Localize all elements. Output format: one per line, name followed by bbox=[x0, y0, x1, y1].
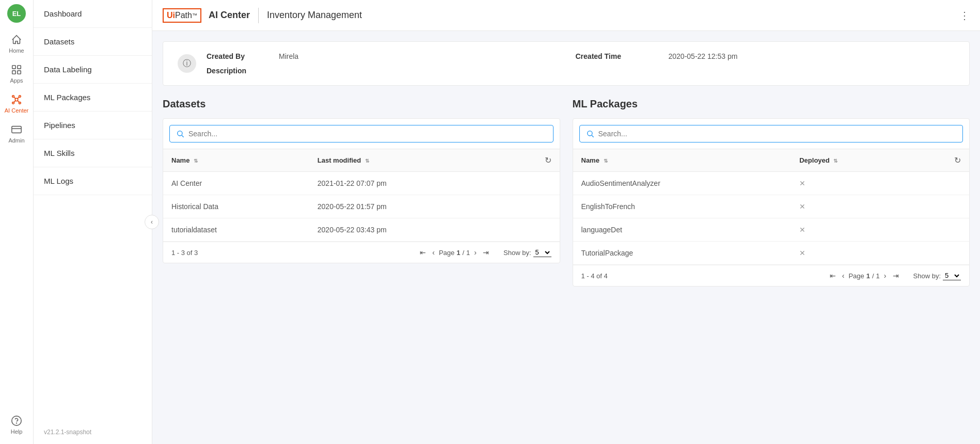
nav-item-pipelines[interactable]: Pipelines bbox=[34, 112, 152, 139]
datasets-table-row[interactable]: AI Center 2021-01-22 07:07 pm bbox=[163, 172, 560, 195]
datasets-show-by-select[interactable]: 5 10 25 bbox=[533, 248, 551, 257]
nav-item-data-labeling[interactable]: Data Labeling bbox=[34, 56, 152, 84]
ml-packages-table-row[interactable]: languageDet ✕ bbox=[573, 218, 970, 242]
ml-packages-name-sort-icon[interactable]: ⇅ bbox=[604, 158, 608, 164]
datasets-row-last-modified: 2020-05-22 03:43 pm bbox=[309, 218, 506, 242]
header-divider bbox=[258, 8, 259, 23]
ml-packages-row-action bbox=[916, 242, 969, 265]
svg-point-6 bbox=[19, 96, 21, 98]
ml-packages-page-separator: / bbox=[872, 272, 874, 280]
panels-row: Datasets Name bbox=[163, 98, 970, 287]
datasets-show-by: Show by: 5 10 25 bbox=[503, 248, 551, 257]
datasets-table: Name ⇅ Last modified ⇅ ↻ bbox=[163, 149, 560, 242]
nav-item-ml-skills[interactable]: ML Skills bbox=[34, 139, 152, 167]
sidebar-item-ai-center[interactable]: AI Center bbox=[0, 89, 33, 119]
datasets-row-action bbox=[506, 195, 559, 218]
ml-packages-deployed-sort-icon[interactable]: ⇅ bbox=[833, 158, 837, 164]
ml-packages-panel: ML Packages Name bbox=[573, 98, 970, 287]
sidebar-collapse-button[interactable]: ‹ bbox=[145, 215, 159, 229]
svg-point-16 bbox=[17, 423, 17, 423]
svg-point-19 bbox=[587, 131, 592, 136]
datasets-next-page-button[interactable]: › bbox=[472, 247, 479, 258]
datasets-pagination: 1 - 3 of 3 ⇤ ‹ Page 1 / 1 › ⇥ Sh bbox=[163, 242, 560, 263]
datasets-prev-page-button[interactable]: ‹ bbox=[430, 247, 437, 258]
datasets-page-separator: / bbox=[462, 249, 464, 257]
svg-line-18 bbox=[182, 135, 184, 137]
datasets-page-total: 1 bbox=[466, 249, 470, 257]
datasets-row-name: tutorialdataset bbox=[163, 218, 309, 242]
datasets-panel-title: Datasets bbox=[163, 98, 560, 110]
datasets-page-range: 1 - 3 of 3 bbox=[171, 249, 414, 257]
icon-sidebar: EL Home Apps AI Center bbox=[0, 0, 34, 444]
ml-packages-refresh-button[interactable]: ↻ bbox=[954, 155, 961, 165]
content-body: ⓘ Created By Mirela Created Time 2020-05… bbox=[152, 31, 980, 444]
nav-item-datasets[interactable]: Datasets bbox=[34, 28, 152, 56]
svg-point-17 bbox=[178, 131, 182, 136]
ml-packages-col-name[interactable]: Name ⇅ bbox=[573, 149, 792, 172]
logo-center-text: AI Center bbox=[209, 10, 250, 21]
datasets-search-bar[interactable] bbox=[169, 125, 554, 142]
datasets-last-modified-sort-icon[interactable]: ⇅ bbox=[365, 158, 369, 164]
logo-path: Path bbox=[175, 11, 192, 20]
datasets-page-nav: ⇤ ‹ Page 1 / 1 › ⇥ bbox=[418, 247, 491, 258]
datasets-search-icon bbox=[176, 130, 184, 138]
datasets-col-name[interactable]: Name ⇅ bbox=[163, 149, 309, 172]
sidebar-item-help[interactable]: Help bbox=[0, 410, 33, 440]
datasets-show-by-label: Show by: bbox=[503, 249, 531, 257]
ml-packages-row-action bbox=[916, 195, 969, 218]
datasets-search-input[interactable] bbox=[188, 130, 547, 138]
sidebar-item-apps[interactable]: Apps bbox=[0, 59, 33, 89]
ml-packages-table-row[interactable]: AudioSentimentAnalyzer ✕ bbox=[573, 172, 970, 195]
ml-packages-show-by-label: Show by: bbox=[913, 272, 941, 280]
ml-packages-col-deployed[interactable]: Deployed ⇅ bbox=[791, 149, 916, 172]
ml-packages-row-action bbox=[916, 172, 969, 195]
logo-tm: ™ bbox=[192, 12, 197, 18]
ml-packages-table-row[interactable]: EnglishToFrench ✕ bbox=[573, 195, 970, 218]
info-icon: ⓘ bbox=[178, 54, 196, 73]
svg-line-10 bbox=[18, 97, 19, 99]
datasets-panel-inner: Name ⇅ Last modified ⇅ ↻ bbox=[163, 118, 560, 263]
svg-line-11 bbox=[14, 101, 15, 102]
datasets-name-sort-icon[interactable]: ⇅ bbox=[194, 158, 198, 164]
ml-packages-table-row[interactable]: TutorialPackage ✕ bbox=[573, 242, 970, 265]
ml-packages-prev-page-button[interactable]: ‹ bbox=[840, 271, 847, 281]
datasets-refresh-button[interactable]: ↻ bbox=[545, 155, 551, 165]
nav-item-ml-logs[interactable]: ML Logs bbox=[34, 167, 152, 195]
svg-point-7 bbox=[12, 102, 14, 104]
ml-packages-last-page-button[interactable]: ⇥ bbox=[891, 271, 901, 281]
logo-area: Ui Path ™ AI Center bbox=[163, 8, 250, 23]
created-time-value: 2020-05-22 12:53 pm bbox=[669, 52, 955, 60]
ml-packages-search-bar[interactable] bbox=[579, 125, 963, 142]
avatar[interactable]: EL bbox=[7, 4, 26, 23]
datasets-col-last-modified[interactable]: Last modified ⇅ bbox=[309, 149, 506, 172]
nav-item-ml-packages[interactable]: ML Packages bbox=[34, 84, 152, 112]
datasets-row-action bbox=[506, 172, 559, 195]
nav-sidebar: Dashboard Datasets Data Labeling ML Pack… bbox=[34, 0, 152, 444]
ml-packages-show-by-select[interactable]: 5 10 25 bbox=[943, 271, 961, 280]
ml-packages-page-label: Page bbox=[848, 272, 864, 280]
ml-packages-next-page-button[interactable]: › bbox=[882, 271, 889, 281]
sidebar-item-home[interactable]: Home bbox=[0, 29, 33, 59]
ml-packages-page-nav: ⇤ ‹ Page 1 / 1 › ⇥ bbox=[828, 271, 901, 281]
nav-item-dashboard[interactable]: Dashboard bbox=[34, 0, 152, 28]
ml-packages-search-input[interactable] bbox=[598, 130, 957, 138]
ml-packages-pagination: 1 - 4 of 4 ⇤ ‹ Page 1 / 1 › ⇥ Sh bbox=[573, 265, 970, 286]
ml-packages-panel-title: ML Packages bbox=[573, 98, 970, 110]
ml-packages-search-icon bbox=[586, 130, 594, 138]
datasets-row-last-modified: 2020-05-22 01:57 pm bbox=[309, 195, 506, 218]
three-dots-menu[interactable]: ⋮ bbox=[959, 9, 970, 22]
ml-packages-first-page-button[interactable]: ⇤ bbox=[828, 271, 838, 281]
sidebar-item-admin[interactable]: Admin bbox=[0, 119, 33, 149]
svg-point-8 bbox=[19, 102, 21, 104]
created-by-label: Created By bbox=[207, 52, 268, 60]
ml-packages-row-deployed: ✕ bbox=[791, 218, 916, 242]
main-content: Ui Path ™ AI Center Inventory Management… bbox=[152, 0, 980, 444]
ml-packages-row-deployed: ✕ bbox=[791, 172, 916, 195]
ml-packages-row-action bbox=[916, 218, 969, 242]
svg-rect-1 bbox=[18, 66, 21, 69]
datasets-first-page-button[interactable]: ⇤ bbox=[418, 247, 428, 258]
datasets-table-row[interactable]: Historical Data 2020-05-22 01:57 pm bbox=[163, 195, 560, 218]
datasets-last-page-button[interactable]: ⇥ bbox=[481, 247, 491, 258]
datasets-table-row[interactable]: tutorialdataset 2020-05-22 03:43 pm bbox=[163, 218, 560, 242]
description-label: Description bbox=[207, 67, 268, 75]
